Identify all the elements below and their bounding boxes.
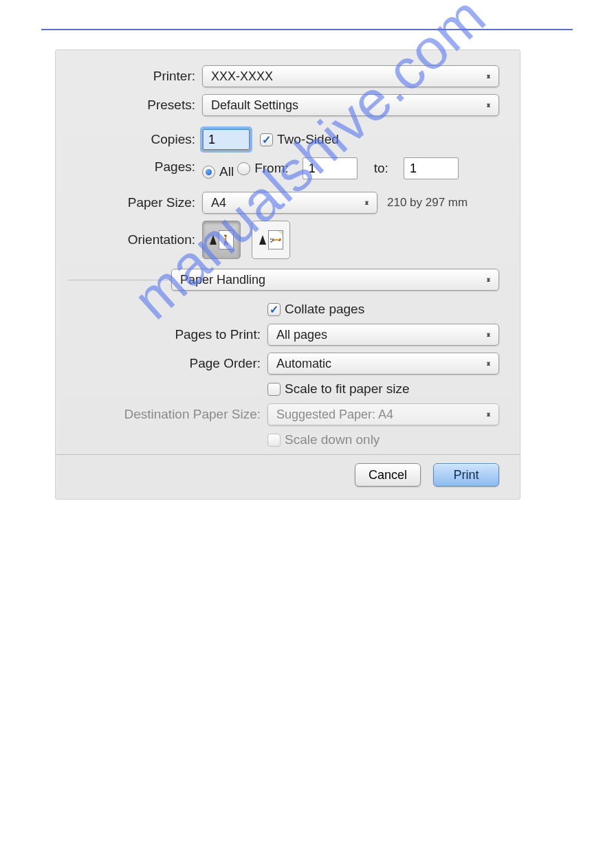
printer-label: Printer: [68, 69, 202, 84]
pages-to-label: to: [374, 161, 388, 176]
header-rule [41, 29, 573, 30]
arrow-up-icon [210, 235, 217, 245]
section-select[interactable]: Paper Handling ▲▼ [171, 269, 499, 291]
arrow-up-icon [259, 235, 266, 245]
page-landscape-icon: 🚶 [268, 230, 283, 249]
two-sided-label: Two-Sided [277, 132, 339, 147]
paper-size-select[interactable]: A4 ▲▼ [202, 192, 377, 214]
copies-input[interactable] [202, 129, 250, 151]
copies-label: Copies: [68, 132, 202, 147]
pages-all-label: All [219, 164, 234, 179]
collate-checkbox[interactable]: ✓ Collate pages [267, 302, 364, 317]
pages-to-print-label: Pages to Print: [68, 327, 267, 342]
page-order-value: Automatic [276, 357, 331, 371]
paper-size-note: 210 by 297 mm [387, 196, 468, 210]
radio-icon [237, 162, 250, 175]
page-order-label: Page Order: [68, 356, 267, 371]
separator [56, 454, 520, 455]
printer-select[interactable]: XXX-XXXX ▲▼ [202, 65, 499, 87]
scale-fit-label: Scale to fit paper size [285, 381, 410, 397]
collate-label: Collate pages [285, 302, 364, 317]
checkbox-icon [267, 434, 281, 447]
orientation-portrait-button[interactable]: 🚶 [202, 221, 241, 259]
orientation-landscape-button[interactable]: 🚶 [252, 221, 290, 259]
checkmark-icon: ✓ [260, 133, 273, 146]
dest-paper-size-value: Suggested Paper: A4 [276, 408, 393, 422]
dest-paper-size-label: Destination Paper Size: [68, 407, 267, 422]
dest-paper-size-select: Suggested Paper: A4 ▲▼ [267, 403, 499, 425]
pages-all-radio[interactable]: All [202, 164, 234, 179]
pages-to-input[interactable] [404, 157, 459, 179]
checkmark-icon: ✓ [267, 303, 281, 316]
printer-value: XXX-XXXX [211, 69, 273, 84]
rule-left [68, 280, 171, 280]
pages-label: Pages: [68, 157, 202, 175]
paper-size-value: A4 [211, 196, 226, 210]
page-portrait-icon: 🚶 [219, 230, 234, 249]
presets-value: Default Settings [211, 98, 298, 113]
scale-down-checkbox: Scale down only [267, 432, 380, 447]
pages-to-print-select[interactable]: All pages ▲▼ [267, 324, 499, 346]
paper-size-label: Paper Size: [68, 195, 202, 210]
page-order-select[interactable]: Automatic ▲▼ [267, 353, 499, 375]
scale-fit-checkbox[interactable]: Scale to fit paper size [267, 381, 410, 397]
orientation-label: Orientation: [68, 232, 202, 247]
checkbox-icon [267, 383, 281, 396]
print-button[interactable]: Print [433, 463, 499, 487]
presets-label: Presets: [68, 98, 202, 113]
two-sided-checkbox[interactable]: ✓ Two-Sided [260, 132, 339, 147]
pages-from-label: From: [254, 161, 289, 176]
pages-from-input[interactable] [303, 157, 358, 179]
pages-to-print-value: All pages [276, 328, 327, 342]
pages-from-radio[interactable]: From: to: [237, 157, 459, 179]
scale-down-label: Scale down only [285, 432, 380, 447]
cancel-button[interactable]: Cancel [355, 463, 421, 487]
radio-icon [202, 166, 215, 179]
print-dialog: Printer: XXX-XXXX ▲▼ Presets: Default Se… [55, 49, 520, 500]
presets-select[interactable]: Default Settings ▲▼ [202, 94, 499, 116]
section-value: Paper Handling [180, 273, 265, 287]
